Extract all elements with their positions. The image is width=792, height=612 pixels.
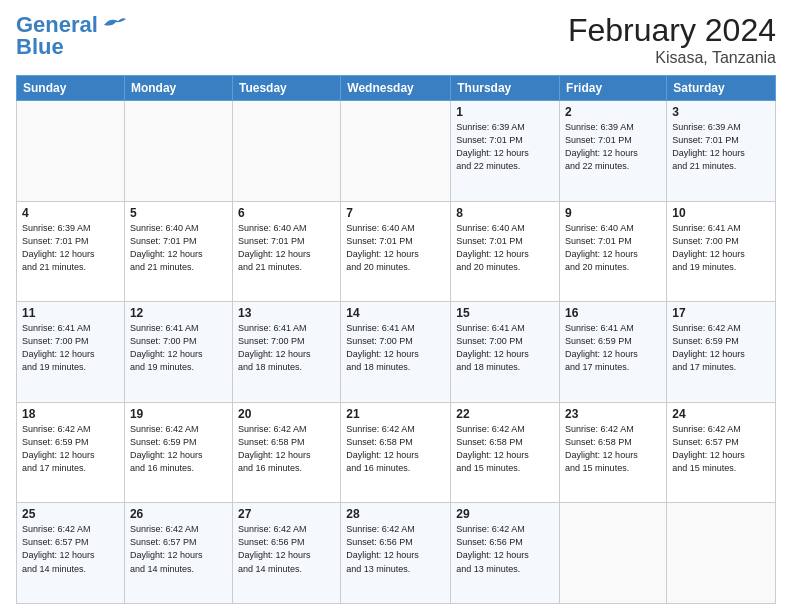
- day-number: 27: [238, 507, 335, 521]
- day-info: Sunrise: 6:41 AM Sunset: 7:00 PM Dayligh…: [130, 322, 227, 374]
- day-info: Sunrise: 6:42 AM Sunset: 6:56 PM Dayligh…: [456, 523, 554, 575]
- day-number: 10: [672, 206, 770, 220]
- table-row: 29Sunrise: 6:42 AM Sunset: 6:56 PM Dayli…: [451, 503, 560, 604]
- day-number: 18: [22, 407, 119, 421]
- day-info: Sunrise: 6:41 AM Sunset: 7:00 PM Dayligh…: [346, 322, 445, 374]
- day-number: 11: [22, 306, 119, 320]
- day-number: 25: [22, 507, 119, 521]
- day-number: 4: [22, 206, 119, 220]
- logo-blue: Blue: [16, 34, 64, 60]
- day-info: Sunrise: 6:39 AM Sunset: 7:01 PM Dayligh…: [565, 121, 661, 173]
- table-row: 16Sunrise: 6:41 AM Sunset: 6:59 PM Dayli…: [560, 302, 667, 403]
- day-number: 20: [238, 407, 335, 421]
- table-row: 11Sunrise: 6:41 AM Sunset: 7:00 PM Dayli…: [17, 302, 125, 403]
- table-row: 18Sunrise: 6:42 AM Sunset: 6:59 PM Dayli…: [17, 402, 125, 503]
- day-number: 3: [672, 105, 770, 119]
- logo-bird-icon: [100, 15, 126, 33]
- header-saturday: Saturday: [667, 76, 776, 101]
- day-info: Sunrise: 6:40 AM Sunset: 7:01 PM Dayligh…: [565, 222, 661, 274]
- table-row: 7Sunrise: 6:40 AM Sunset: 7:01 PM Daylig…: [341, 201, 451, 302]
- day-info: Sunrise: 6:40 AM Sunset: 7:01 PM Dayligh…: [456, 222, 554, 274]
- day-number: 1: [456, 105, 554, 119]
- table-row: 22Sunrise: 6:42 AM Sunset: 6:58 PM Dayli…: [451, 402, 560, 503]
- calendar-table: Sunday Monday Tuesday Wednesday Thursday…: [16, 75, 776, 604]
- table-row: [667, 503, 776, 604]
- day-number: 24: [672, 407, 770, 421]
- table-row: 2Sunrise: 6:39 AM Sunset: 7:01 PM Daylig…: [560, 101, 667, 202]
- table-row: [560, 503, 667, 604]
- page-subtitle: Kisasa, Tanzania: [568, 49, 776, 67]
- table-row: [124, 101, 232, 202]
- calendar-week-2: 4Sunrise: 6:39 AM Sunset: 7:01 PM Daylig…: [17, 201, 776, 302]
- table-row: 24Sunrise: 6:42 AM Sunset: 6:57 PM Dayli…: [667, 402, 776, 503]
- day-info: Sunrise: 6:42 AM Sunset: 6:56 PM Dayligh…: [346, 523, 445, 575]
- day-info: Sunrise: 6:39 AM Sunset: 7:01 PM Dayligh…: [22, 222, 119, 274]
- table-row: 23Sunrise: 6:42 AM Sunset: 6:58 PM Dayli…: [560, 402, 667, 503]
- day-info: Sunrise: 6:40 AM Sunset: 7:01 PM Dayligh…: [346, 222, 445, 274]
- table-row: 4Sunrise: 6:39 AM Sunset: 7:01 PM Daylig…: [17, 201, 125, 302]
- day-number: 26: [130, 507, 227, 521]
- header-tuesday: Tuesday: [232, 76, 340, 101]
- day-number: 12: [130, 306, 227, 320]
- table-row: 8Sunrise: 6:40 AM Sunset: 7:01 PM Daylig…: [451, 201, 560, 302]
- header-thursday: Thursday: [451, 76, 560, 101]
- day-info: Sunrise: 6:42 AM Sunset: 6:58 PM Dayligh…: [346, 423, 445, 475]
- table-row: [341, 101, 451, 202]
- day-number: 22: [456, 407, 554, 421]
- day-info: Sunrise: 6:39 AM Sunset: 7:01 PM Dayligh…: [456, 121, 554, 173]
- table-row: 17Sunrise: 6:42 AM Sunset: 6:59 PM Dayli…: [667, 302, 776, 403]
- day-number: 2: [565, 105, 661, 119]
- day-info: Sunrise: 6:41 AM Sunset: 6:59 PM Dayligh…: [565, 322, 661, 374]
- day-number: 15: [456, 306, 554, 320]
- day-number: 17: [672, 306, 770, 320]
- day-info: Sunrise: 6:41 AM Sunset: 7:00 PM Dayligh…: [238, 322, 335, 374]
- day-number: 16: [565, 306, 661, 320]
- table-row: 26Sunrise: 6:42 AM Sunset: 6:57 PM Dayli…: [124, 503, 232, 604]
- calendar-week-3: 11Sunrise: 6:41 AM Sunset: 7:00 PM Dayli…: [17, 302, 776, 403]
- table-row: 20Sunrise: 6:42 AM Sunset: 6:58 PM Dayli…: [232, 402, 340, 503]
- calendar-week-5: 25Sunrise: 6:42 AM Sunset: 6:57 PM Dayli…: [17, 503, 776, 604]
- table-row: 21Sunrise: 6:42 AM Sunset: 6:58 PM Dayli…: [341, 402, 451, 503]
- table-row: 28Sunrise: 6:42 AM Sunset: 6:56 PM Dayli…: [341, 503, 451, 604]
- day-info: Sunrise: 6:41 AM Sunset: 7:00 PM Dayligh…: [22, 322, 119, 374]
- header-friday: Friday: [560, 76, 667, 101]
- table-row: 19Sunrise: 6:42 AM Sunset: 6:59 PM Dayli…: [124, 402, 232, 503]
- day-number: 14: [346, 306, 445, 320]
- day-number: 21: [346, 407, 445, 421]
- page-title: February 2024: [568, 12, 776, 49]
- day-info: Sunrise: 6:40 AM Sunset: 7:01 PM Dayligh…: [238, 222, 335, 274]
- logo: General Blue: [16, 12, 126, 60]
- day-number: 29: [456, 507, 554, 521]
- day-number: 8: [456, 206, 554, 220]
- day-number: 7: [346, 206, 445, 220]
- day-number: 23: [565, 407, 661, 421]
- table-row: 15Sunrise: 6:41 AM Sunset: 7:00 PM Dayli…: [451, 302, 560, 403]
- calendar-week-1: 1Sunrise: 6:39 AM Sunset: 7:01 PM Daylig…: [17, 101, 776, 202]
- day-info: Sunrise: 6:42 AM Sunset: 6:57 PM Dayligh…: [22, 523, 119, 575]
- day-info: Sunrise: 6:42 AM Sunset: 6:59 PM Dayligh…: [22, 423, 119, 475]
- table-row: 1Sunrise: 6:39 AM Sunset: 7:01 PM Daylig…: [451, 101, 560, 202]
- day-info: Sunrise: 6:42 AM Sunset: 6:58 PM Dayligh…: [238, 423, 335, 475]
- day-number: 13: [238, 306, 335, 320]
- table-row: 6Sunrise: 6:40 AM Sunset: 7:01 PM Daylig…: [232, 201, 340, 302]
- day-info: Sunrise: 6:39 AM Sunset: 7:01 PM Dayligh…: [672, 121, 770, 173]
- day-info: Sunrise: 6:42 AM Sunset: 6:56 PM Dayligh…: [238, 523, 335, 575]
- day-number: 19: [130, 407, 227, 421]
- day-number: 5: [130, 206, 227, 220]
- table-row: 14Sunrise: 6:41 AM Sunset: 7:00 PM Dayli…: [341, 302, 451, 403]
- day-number: 9: [565, 206, 661, 220]
- table-row: [232, 101, 340, 202]
- table-row: 5Sunrise: 6:40 AM Sunset: 7:01 PM Daylig…: [124, 201, 232, 302]
- day-info: Sunrise: 6:42 AM Sunset: 6:59 PM Dayligh…: [130, 423, 227, 475]
- day-info: Sunrise: 6:41 AM Sunset: 7:00 PM Dayligh…: [672, 222, 770, 274]
- day-info: Sunrise: 6:42 AM Sunset: 6:57 PM Dayligh…: [130, 523, 227, 575]
- header-monday: Monday: [124, 76, 232, 101]
- day-info: Sunrise: 6:42 AM Sunset: 6:59 PM Dayligh…: [672, 322, 770, 374]
- table-row: 13Sunrise: 6:41 AM Sunset: 7:00 PM Dayli…: [232, 302, 340, 403]
- table-row: [17, 101, 125, 202]
- table-row: 9Sunrise: 6:40 AM Sunset: 7:01 PM Daylig…: [560, 201, 667, 302]
- header-wednesday: Wednesday: [341, 76, 451, 101]
- day-info: Sunrise: 6:41 AM Sunset: 7:00 PM Dayligh…: [456, 322, 554, 374]
- title-area: February 2024 Kisasa, Tanzania: [568, 12, 776, 67]
- table-row: 27Sunrise: 6:42 AM Sunset: 6:56 PM Dayli…: [232, 503, 340, 604]
